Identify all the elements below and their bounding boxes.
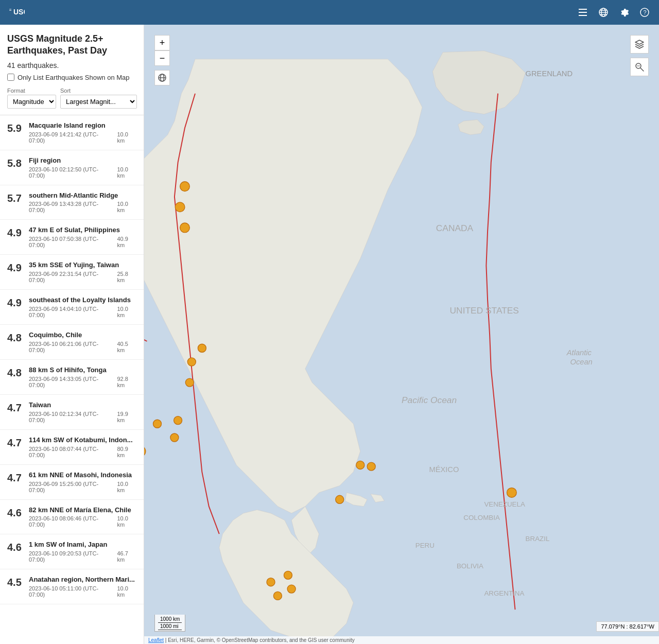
controls-row: Format Magnitude Depth Time Sort Largest… xyxy=(7,88,136,109)
eq-dot-loyalty[interactable] xyxy=(153,420,161,428)
eq-details: 61 km NNE of Masohi, Indonesia 2023-06-0… xyxy=(29,471,136,493)
eq-depth: 80.9 km xyxy=(117,446,136,458)
sidebar: USGS Magnitude 2.5+ Earthquakes, Past Da… xyxy=(0,25,144,644)
eq-dot-canada-pac[interactable] xyxy=(180,182,190,192)
eq-details: southern Mid-Atlantic Ridge 2023-06-09 1… xyxy=(29,192,136,214)
filter-label: Only List Earthquakes Shown on Map xyxy=(18,74,130,81)
earthquake-list-item[interactable]: 4.7 114 km SW of Kotabumi, Indon... 2023… xyxy=(0,430,144,465)
eq-dot-carib2[interactable] xyxy=(367,462,375,471)
eq-dot-colombia[interactable] xyxy=(336,495,344,503)
earthquake-list-item[interactable]: 4.6 1 km SW of Inami, Japan 2023-06-10 0… xyxy=(0,534,144,569)
eq-dot-coquimbo[interactable] xyxy=(273,591,282,600)
earthquake-count: 41 earthquakes. xyxy=(7,61,136,69)
eq-magnitude: 5.7 xyxy=(7,193,29,204)
eq-dot-alaska[interactable] xyxy=(175,202,185,212)
leaflet-link[interactable]: Leaflet xyxy=(148,637,164,643)
format-label: Format xyxy=(7,88,56,94)
eq-dot-sa-coast2[interactable] xyxy=(287,585,296,593)
earthquake-list-item[interactable]: 5.7 southern Mid-Atlantic Ridge 2023-06-… xyxy=(0,185,144,220)
eq-dot-mid-atlantic[interactable] xyxy=(507,488,517,498)
help-icon[interactable]: ? xyxy=(638,6,651,19)
earthquake-list-item[interactable]: 4.7 61 km NNE of Masohi, Indonesia 2023-… xyxy=(0,465,144,500)
svg-text:VENEZUELA: VENEZUELA xyxy=(484,500,525,508)
eq-time: 2023-06-10 06:21:06 (UTC-07:00) xyxy=(29,341,111,353)
svg-text:USGS: USGS xyxy=(13,8,25,16)
eq-place: Anatahan region, Northern Mari... xyxy=(29,576,136,584)
earthquake-list-item[interactable]: 4.9 35 km SSE of Yujing, Taiwan 2023-06-… xyxy=(0,255,144,290)
eq-time: 2023-06-10 08:06:46 (UTC-07:00) xyxy=(29,515,111,528)
zoom-in-button[interactable]: + xyxy=(154,35,170,50)
svg-text:?: ? xyxy=(644,9,647,15)
svg-text:Pacific Ocean: Pacific Ocean xyxy=(402,395,457,405)
map-svg: GREENLAND CANADA UNITED STATES Pacific O… xyxy=(144,25,659,644)
earthquake-list-item[interactable]: 4.6 82 km NNE of María Elena, Chile 2023… xyxy=(0,500,144,535)
eq-time: 2023-06-10 08:07:44 (UTC-07:00) xyxy=(29,446,111,458)
eq-depth: 10.0 km xyxy=(117,131,136,144)
sort-select[interactable]: Largest Magnit... Smallest Magnitude New… xyxy=(60,95,137,109)
eq-dot-maria-elena[interactable] xyxy=(267,578,275,586)
earthquake-list-item[interactable]: 4.5 Anatahan region, Northern Mari... 20… xyxy=(0,569,144,604)
svg-text:Ocean: Ocean xyxy=(570,358,592,366)
eq-place: Taiwan xyxy=(29,401,136,410)
earthquake-list-item[interactable]: 4.7 Taiwan 2023-06-10 02:12:34 (UTC-07:0… xyxy=(0,395,144,430)
earthquake-list-item[interactable]: 4.9 southeast of the Loyalty Islands 202… xyxy=(0,290,144,325)
header-left: ≡ USGS xyxy=(8,4,25,21)
earthquake-list-item[interactable]: 4.9 47 km E of Sulat, Philippines 2023-0… xyxy=(0,220,144,255)
svg-text:ARGENTINA: ARGENTINA xyxy=(484,589,524,597)
eq-magnitude: 4.9 xyxy=(7,227,29,239)
eq-place: southern Mid-Atlantic Ridge xyxy=(29,192,136,200)
eq-dot-sa-coast[interactable] xyxy=(284,571,292,579)
svg-rect-4 xyxy=(579,12,587,13)
eq-time: 2023-06-09 15:25:00 (UTC-07:00) xyxy=(29,481,111,493)
eq-details: Macquarie Island region 2023-06-09 14:21… xyxy=(29,121,136,144)
attribution-text: Leaflet | Esri, HERE, Garmin, © OpenStre… xyxy=(148,637,355,643)
eq-meta: 2023-06-10 05:11:00 (UTC-07:00) 10.0 km xyxy=(29,585,136,598)
format-select[interactable]: Magnitude Depth Time xyxy=(7,95,56,109)
earthquake-list-item[interactable]: 4.8 Coquimbo, Chile 2023-06-10 06:21:06 … xyxy=(0,325,144,360)
eq-dot-masohi[interactable] xyxy=(174,416,182,425)
reset-view-button[interactable] xyxy=(154,70,170,85)
eq-meta: 2023-06-10 02:12:50 (UTC-07:00) 10.0 km xyxy=(29,166,136,179)
svg-text:Atlantic: Atlantic xyxy=(566,349,592,357)
eq-meta: 2023-06-09 14:33:05 (UTC-07:00) 92.8 km xyxy=(29,376,136,388)
globe-icon[interactable] xyxy=(597,6,610,19)
earthquake-list-item[interactable]: 5.8 Fiji region 2023-06-10 02:12:50 (UTC… xyxy=(0,150,144,185)
sort-control: Sort Largest Magnit... Smallest Magnitud… xyxy=(60,88,137,109)
filter-row: Only List Earthquakes Shown on Map xyxy=(7,74,136,81)
eq-place: Coquimbo, Chile xyxy=(29,331,136,340)
eq-dot-philippines[interactable] xyxy=(187,358,196,366)
eq-magnitude: 4.8 xyxy=(7,332,29,344)
eq-dot-carib1[interactable] xyxy=(356,461,365,469)
eq-depth: 92.8 km xyxy=(117,376,136,388)
eq-magnitude: 4.7 xyxy=(7,402,29,414)
eq-dot-japan[interactable] xyxy=(198,344,206,352)
attribution-rest: | Esri, HERE, Garmin, © OpenStreetMap co… xyxy=(165,637,355,643)
scale-km: 1000 km xyxy=(158,616,182,623)
eq-dot-nwus[interactable] xyxy=(180,223,190,233)
list-icon[interactable] xyxy=(577,6,589,19)
eq-time: 2023-06-10 05:11:00 (UTC-07:00) xyxy=(29,585,111,598)
eq-place: 82 km NNE of María Elena, Chile xyxy=(29,506,136,515)
layers-button[interactable] xyxy=(630,35,649,54)
settings-icon[interactable] xyxy=(618,6,630,19)
filter-checkbox[interactable] xyxy=(7,74,14,81)
map-container[interactable]: GREENLAND CANADA UNITED STATES Pacific O… xyxy=(144,25,659,644)
zoom-out-button[interactable]: − xyxy=(154,50,170,66)
eq-dot-taiwan[interactable] xyxy=(185,378,194,387)
key-button[interactable] xyxy=(630,58,649,76)
eq-details: Anatahan region, Northern Mari... 2023-0… xyxy=(29,576,136,598)
main-layout: USGS Magnitude 2.5+ Earthquakes, Past Da… xyxy=(0,25,659,644)
eq-time: 2023-06-09 14:33:05 (UTC-07:00) xyxy=(29,376,111,388)
eq-place: 88 km S of Hihifo, Tonga xyxy=(29,366,136,375)
format-control: Format Magnitude Depth Time xyxy=(7,88,56,109)
eq-details: 1 km SW of Inami, Japan 2023-06-10 09:20… xyxy=(29,541,136,563)
eq-place: 35 km SSE of Yujing, Taiwan xyxy=(29,261,136,270)
earthquake-list-item[interactable]: 4.8 88 km S of Hihifo, Tonga 2023-06-09 … xyxy=(0,360,144,395)
eq-time: 2023-06-10 09:20:53 (UTC-07:00) xyxy=(29,550,111,563)
eq-place: 114 km SW of Kotabumi, Indon... xyxy=(29,436,136,445)
svg-rect-5 xyxy=(579,15,587,16)
usgs-logo-icon: ≡ USGS xyxy=(8,4,25,21)
eq-depth: 10.0 km xyxy=(117,166,136,179)
earthquake-list-item[interactable]: 5.9 Macquarie Island region 2023-06-09 1… xyxy=(0,115,144,150)
eq-dot-kotabumi[interactable] xyxy=(170,433,179,442)
